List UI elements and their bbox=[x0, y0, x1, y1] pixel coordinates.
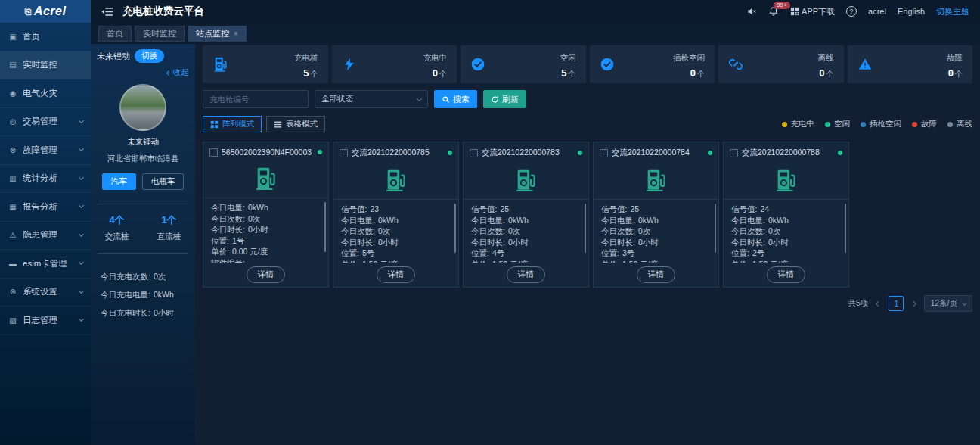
sidebar-item-realtime-monitor[interactable]: ▤实时监控 bbox=[0, 51, 91, 80]
sidebar-item-transactions[interactable]: ◎交易管理 bbox=[0, 108, 91, 137]
scrollbar[interactable] bbox=[715, 204, 716, 253]
vehicle-tab-car[interactable]: 汽车 bbox=[102, 173, 136, 190]
scrollbar[interactable] bbox=[324, 202, 326, 252]
charging-pile-icon bbox=[464, 160, 588, 200]
next-page-button[interactable] bbox=[910, 300, 917, 307]
station-switch-button[interactable]: 切换 bbox=[135, 49, 164, 63]
app-window: ⎘Acrel ▣首页 ▤实时监控 ◉电气火灾 ◎交易管理 ⊗故障管理 ▥统计分析… bbox=[0, 0, 980, 445]
sidebar-item-settings[interactable]: ⊛系统设置 bbox=[0, 279, 91, 307]
legend-dot bbox=[947, 122, 953, 127]
device-checkbox[interactable] bbox=[340, 149, 348, 157]
brand-logo: ⎘Acrel bbox=[0, 0, 91, 23]
detail-button[interactable]: 详情 bbox=[767, 266, 805, 283]
station-photo bbox=[119, 84, 166, 131]
device-field: 今日时长:0小时 bbox=[471, 237, 581, 248]
sidebar-item-logs[interactable]: ▧日志管理 bbox=[0, 307, 91, 335]
report-icon: ▦ bbox=[8, 203, 18, 211]
station-name-top: 未来锂动 bbox=[97, 51, 130, 62]
tab-home[interactable]: 首页 bbox=[98, 26, 132, 42]
refresh-button[interactable]: 刷新 bbox=[483, 90, 526, 108]
legend-dot bbox=[825, 122, 830, 127]
search-button[interactable]: 搜索 bbox=[434, 90, 477, 108]
scrollbar[interactable] bbox=[845, 204, 846, 253]
sidebar-item-faults[interactable]: ⊗故障管理 bbox=[0, 136, 91, 165]
mute-icon[interactable] bbox=[746, 6, 757, 17]
sidebar-item-label: 故障管理 bbox=[23, 145, 79, 156]
device-card[interactable]: 交流20210220000784 信号值:25 今日电量:0kWh 今日次数:0… bbox=[593, 142, 719, 288]
status-select[interactable]: 全部状态 bbox=[315, 90, 428, 108]
device-checkbox[interactable] bbox=[470, 149, 478, 157]
grid-mode-label: 阵列模式 bbox=[222, 119, 254, 129]
tab-site-monitor[interactable]: 站点监控× bbox=[188, 26, 247, 42]
status-summary-row: 充电桩5个 充电中0个 空闲5个 插枪空闲0个 bbox=[203, 45, 972, 83]
status-card-unit: 个 bbox=[697, 70, 705, 78]
close-icon[interactable]: × bbox=[234, 30, 238, 38]
prev-page-button[interactable] bbox=[875, 300, 882, 307]
sidebar-item-reports[interactable]: ▦报告分析 bbox=[0, 193, 91, 222]
chevron-down-icon bbox=[417, 95, 422, 101]
scrollbar[interactable] bbox=[585, 204, 586, 253]
page-number[interactable]: 1 bbox=[889, 296, 904, 311]
device-status-dot bbox=[318, 150, 322, 154]
notifications-button[interactable]: 99+ bbox=[768, 6, 779, 17]
divider bbox=[98, 253, 188, 254]
sidebar-item-esim[interactable]: ▬esim卡管理 bbox=[0, 250, 91, 279]
sidebar-item-statistics[interactable]: ▥统计分析 bbox=[0, 165, 91, 194]
device-card[interactable]: 565002002390N4F00003 今日电量:0kWh 今日次数:0次 今… bbox=[203, 142, 329, 288]
app-download-button[interactable]: APP下载 bbox=[790, 6, 835, 17]
device-field: 今日次数:0次 bbox=[471, 226, 581, 237]
device-checkbox[interactable] bbox=[209, 148, 218, 157]
sidebar-item-label: 实时监控 bbox=[23, 59, 83, 70]
language-switch[interactable]: English bbox=[898, 7, 925, 16]
sidebar-item-electrical-fire[interactable]: ◉电气火灾 bbox=[0, 79, 91, 108]
device-field: 单价:1.50 元/度 bbox=[601, 259, 711, 263]
sidebar-item-home[interactable]: ▣首页 bbox=[0, 23, 91, 51]
sidebar-item-label: esim卡管理 bbox=[23, 258, 79, 269]
username[interactable]: acrel bbox=[868, 7, 886, 16]
sidebar-item-hazards[interactable]: ⚠隐患管理 bbox=[0, 222, 91, 251]
vehicle-tab-ebike[interactable]: 电瓶车 bbox=[142, 173, 185, 190]
tab-realtime-monitor[interactable]: 实时监控 bbox=[135, 26, 185, 42]
device-field: 今日时长:0小时 bbox=[601, 237, 711, 248]
topbar-actions: 99+ APP下载 ? acrel English 切换主题 bbox=[746, 6, 969, 17]
legend-idle: 空闲 bbox=[825, 119, 850, 129]
view-mode-row: 阵列模式 表格模式 充电中 空闲 插枪空闲 故障 离线 bbox=[203, 116, 972, 132]
device-checkbox[interactable] bbox=[600, 149, 608, 157]
device-title: 交流20210220000783 bbox=[482, 148, 574, 158]
chevron-left-icon bbox=[166, 70, 172, 75]
device-field: 今日时长:0小时 bbox=[211, 224, 321, 235]
stats-icon: ▥ bbox=[8, 174, 18, 182]
legend-dot bbox=[861, 122, 866, 127]
help-icon[interactable]: ? bbox=[846, 6, 857, 17]
brand-name: Acrel bbox=[34, 5, 67, 18]
device-field: 单价:1.50 元/度 bbox=[471, 259, 581, 263]
device-card[interactable]: 交流20210220000785 信号值:23 今日电量:0kWh 今日次数:0… bbox=[333, 142, 459, 288]
scrollbar[interactable] bbox=[454, 204, 456, 253]
detail-button[interactable]: 详情 bbox=[247, 266, 285, 283]
detail-button[interactable]: 详情 bbox=[377, 266, 415, 283]
grid-icon bbox=[210, 120, 219, 129]
status-card-unit: 个 bbox=[826, 70, 834, 78]
gun-number-input[interactable] bbox=[203, 90, 309, 108]
dc-pile-number: 1个 bbox=[143, 213, 195, 227]
legend-dot bbox=[912, 122, 917, 127]
charging-pile-icon bbox=[724, 160, 848, 200]
detail-button[interactable]: 详情 bbox=[637, 266, 675, 283]
collapse-panel-link[interactable]: 收起 bbox=[91, 64, 195, 79]
legend-fault: 故障 bbox=[912, 119, 937, 129]
menu-fold-icon[interactable] bbox=[101, 7, 113, 17]
station-location: 河北省邯郸市临漳县 bbox=[91, 154, 195, 164]
table-mode-button[interactable]: 表格模式 bbox=[266, 116, 325, 132]
device-card[interactable]: 交流20210220000788 信号值:24 今日电量:0kWh 今日次数:0… bbox=[723, 142, 849, 288]
detail-button[interactable]: 详情 bbox=[507, 266, 545, 283]
page-size-select[interactable]: 12条/页 bbox=[924, 295, 972, 312]
chevron-down-icon bbox=[79, 175, 84, 180]
table-mode-label: 表格模式 bbox=[286, 119, 318, 129]
fault-icon: ⊗ bbox=[8, 146, 18, 154]
fire-icon: ◉ bbox=[8, 89, 18, 98]
grid-mode-button[interactable]: 阵列模式 bbox=[203, 116, 262, 132]
device-card[interactable]: 交流20210220000783 信号值:25 今日电量:0kWh 今日次数:0… bbox=[463, 142, 589, 288]
theme-switch-link[interactable]: 切换主题 bbox=[936, 6, 969, 17]
page-title: 充电桩收费云平台 bbox=[122, 5, 204, 18]
device-checkbox[interactable] bbox=[730, 149, 738, 157]
